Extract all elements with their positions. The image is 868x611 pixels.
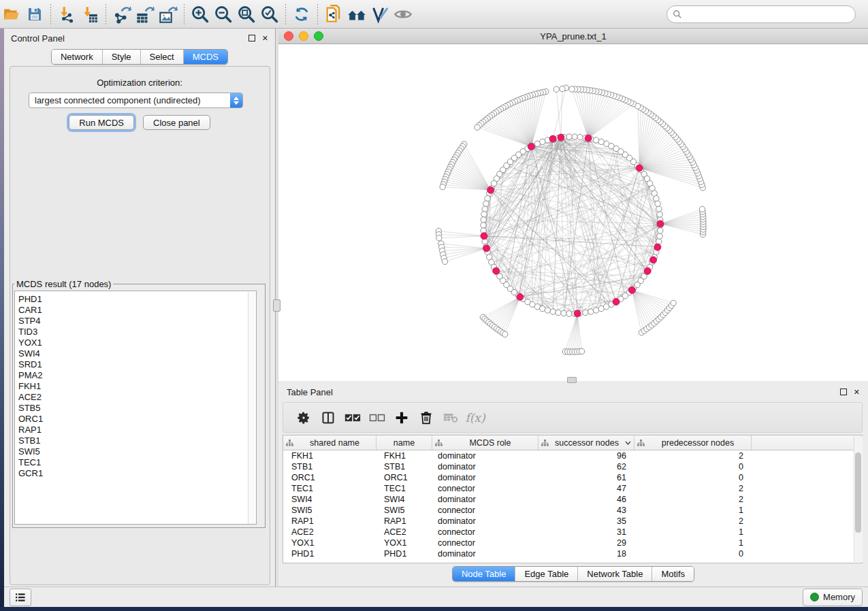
mcds-node-item[interactable]: ORC1 <box>15 414 256 425</box>
export-network-button[interactable] <box>110 3 133 26</box>
tab-node-table[interactable]: Node Table <box>453 567 515 581</box>
mcds-node-item[interactable]: CAR1 <box>15 305 256 316</box>
export-image-button[interactable] <box>157 3 180 26</box>
float-table-panel-icon[interactable] <box>840 389 847 395</box>
mcds-node-item[interactable]: GCR1 <box>15 468 256 479</box>
function-builder-button[interactable]: f(x) <box>463 406 487 429</box>
mcds-node-item[interactable]: STP4 <box>15 316 256 327</box>
unselect-all-button[interactable] <box>365 406 389 429</box>
close-panel-icon[interactable]: ✕ <box>262 35 268 42</box>
mcds-node-item[interactable]: RAP1 <box>15 425 256 435</box>
delete-table-button[interactable] <box>438 406 463 429</box>
table-settings-button[interactable] <box>291 406 316 429</box>
tab-mcds[interactable]: MCDS <box>183 50 227 64</box>
save-session-button[interactable] <box>23 3 46 26</box>
export-table-button[interactable] <box>133 3 157 26</box>
tab-motifs[interactable]: Motifs <box>652 567 694 581</box>
mcds-node-item[interactable]: STB5 <box>15 403 256 414</box>
column-header-name[interactable]: name <box>376 435 432 450</box>
mcds-node-item[interactable]: STB1 <box>15 435 256 446</box>
mcds-list-scrollbar[interactable] <box>248 292 255 525</box>
control-panel: Control Panel ✕ NetworkStyleSelectMCDS O… <box>4 29 275 587</box>
mcds-node-item[interactable]: SWI4 <box>15 348 256 359</box>
tab-network[interactable]: Network <box>52 50 102 64</box>
memory-status-icon <box>810 593 819 601</box>
node-table[interactable]: shared namenameMCDS rolesuccessor nodesp… <box>283 435 863 563</box>
mcds-node-item[interactable]: FKH1 <box>15 381 256 392</box>
tab-select[interactable]: Select <box>140 50 183 64</box>
column-header-MCDS-role[interactable]: MCDS role <box>432 435 539 450</box>
network-window-titlebar[interactable]: YPA_prune.txt_1 <box>278 29 868 44</box>
select-all-button[interactable] <box>340 406 365 429</box>
tab-network-table[interactable]: Network Table <box>577 567 652 581</box>
mcds-node-item[interactable]: TID3 <box>15 327 256 337</box>
horizontal-splitter-grip[interactable] <box>567 377 577 383</box>
network-graph[interactable] <box>278 44 868 381</box>
cell-predecessor-nodes: 0 <box>634 462 752 472</box>
table-row[interactable]: YOX1YOX1connector291 <box>283 538 862 548</box>
refresh-button[interactable] <box>290 3 313 26</box>
column-header-predecessor-nodes[interactable]: predecessor nodes <box>634 435 752 450</box>
vizmapper-button[interactable] <box>368 3 391 26</box>
open-network-file-button[interactable] <box>322 3 345 26</box>
open-file-button[interactable] <box>0 3 23 26</box>
task-history-button[interactable] <box>10 589 31 606</box>
table-row[interactable]: SWI5SWI5connector431 <box>283 505 862 516</box>
control-panel-header: Control Panel ✕ <box>4 29 275 48</box>
table-row[interactable]: TEC1TEC1connector472 <box>283 483 862 494</box>
houses-button[interactable] <box>345 3 368 26</box>
import-table-button[interactable] <box>78 3 101 26</box>
minimize-window-icon[interactable] <box>299 31 308 41</box>
mcds-node-item[interactable]: PHD1 <box>15 291 256 305</box>
tab-edge-table[interactable]: Edge Table <box>515 567 577 581</box>
mcds-node-item[interactable]: ACE2 <box>15 392 256 403</box>
criterion-select[interactable]: largest connected component (undirected) <box>29 93 243 108</box>
table-row[interactable]: SWI4SWI4dominator462 <box>283 494 862 505</box>
search-input[interactable] <box>685 8 855 20</box>
cell-successor-nodes: 47 <box>539 484 634 493</box>
eye-button[interactable] <box>391 3 415 26</box>
close-window-icon[interactable] <box>284 31 293 41</box>
table-row[interactable]: ORC1ORC1dominator610 <box>283 472 862 483</box>
table-scrollbar-thumb[interactable] <box>855 452 861 533</box>
cell-shared-name: RAP1 <box>283 516 376 526</box>
memory-button[interactable]: Memory <box>803 589 863 606</box>
close-panel-button[interactable]: Close panel <box>143 115 210 130</box>
network-view[interactable] <box>278 44 868 381</box>
mcds-node-item[interactable]: SRD1 <box>15 359 256 370</box>
show-columns-button[interactable] <box>316 406 340 429</box>
mcds-result-list[interactable]: PHD1CAR1STP4TID3YOX1SWI4SRD1PMA2FKH1ACE2… <box>14 291 257 525</box>
float-panel-icon[interactable] <box>248 35 255 42</box>
table-row[interactable]: ACE2ACE2connector311 <box>283 527 862 538</box>
delete-column-button[interactable] <box>414 406 438 429</box>
table-row[interactable]: RAP1RAP1dominator352 <box>283 516 862 527</box>
table-toolbar: f(x) <box>283 402 863 433</box>
control-panel-title: Control Panel <box>11 33 65 44</box>
cell-name: YOX1 <box>376 538 432 548</box>
add-column-button[interactable] <box>389 406 414 429</box>
table-row[interactable]: STB1STB1dominator620 <box>283 461 862 472</box>
mcds-node-item[interactable]: TEC1 <box>15 457 256 468</box>
cell-predecessor-nodes: 2 <box>634 484 752 493</box>
column-header-successor-nodes[interactable]: successor nodes <box>539 435 634 450</box>
zoom-out-button[interactable] <box>212 3 235 26</box>
mcds-node-item[interactable]: SWI5 <box>15 446 256 457</box>
close-table-panel-icon[interactable]: ✕ <box>854 389 860 396</box>
column-header-shared-name[interactable]: shared name <box>283 435 376 450</box>
trash-icon <box>419 411 433 425</box>
table-scrollbar[interactable] <box>854 436 863 562</box>
table-row[interactable]: FKH1FKH1dominator962 <box>283 450 862 461</box>
zoom-selected-button[interactable] <box>258 3 281 26</box>
import-network-button[interactable] <box>55 3 78 26</box>
vertical-splitter-grip[interactable] <box>273 299 280 312</box>
tab-style[interactable]: Style <box>102 50 140 64</box>
zoom-in-button[interactable] <box>189 3 212 26</box>
maximize-window-icon[interactable] <box>314 31 323 41</box>
run-mcds-button[interactable]: Run MCDS <box>69 115 134 130</box>
zoom-fit-button[interactable] <box>235 3 258 26</box>
search-field[interactable] <box>666 5 856 23</box>
cell-successor-nodes: 96 <box>539 451 634 461</box>
table-row[interactable]: PHD1PHD1dominator180 <box>283 548 862 559</box>
mcds-node-item[interactable]: PMA2 <box>15 370 256 381</box>
mcds-node-item[interactable]: YOX1 <box>15 337 256 348</box>
